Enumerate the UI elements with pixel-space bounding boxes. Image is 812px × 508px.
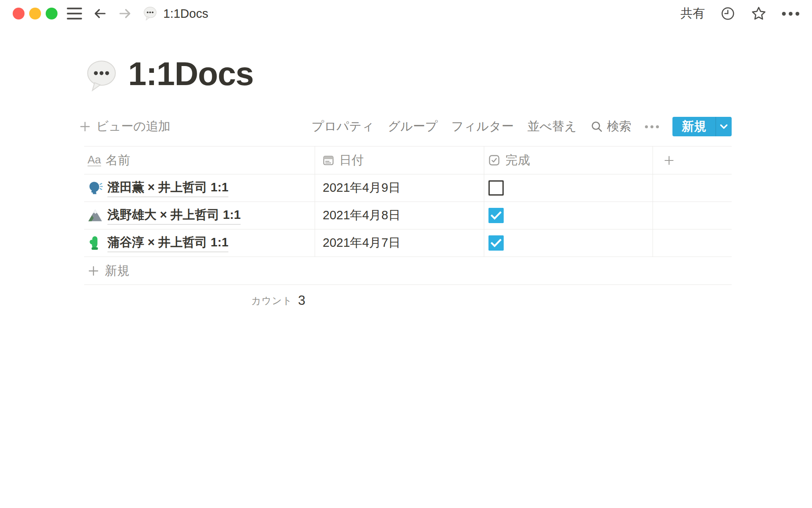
- checkbox-property-icon: [488, 155, 500, 166]
- mountain-icon: [88, 208, 103, 223]
- back-button[interactable]: [92, 6, 107, 21]
- sidebar-toggle-button[interactable]: [67, 8, 82, 19]
- forward-button[interactable]: [118, 6, 133, 21]
- filter-button[interactable]: フィルター: [451, 118, 514, 135]
- text-property-icon: Aa: [88, 154, 101, 166]
- empty-cell: [653, 229, 732, 257]
- add-view-button[interactable]: ビューの追加: [79, 118, 170, 135]
- group-button[interactable]: グループ: [388, 118, 438, 135]
- topbar-actions: 共有: [680, 5, 799, 22]
- done-cell: [484, 229, 653, 257]
- page-link[interactable]: 澄田薫 × 井上哲司 1:1: [107, 179, 228, 197]
- column-header-date[interactable]: 日付: [315, 146, 484, 174]
- check-icon: [491, 238, 502, 248]
- name-cell: 浅野雄大 × 井上哲司 1:1: [84, 202, 315, 229]
- breadcrumb-title: 1:1Docs: [163, 7, 208, 21]
- name-cell: 蒲谷淳 × 井上哲司 1:1: [84, 229, 315, 257]
- column-header-name[interactable]: Aa 名前: [84, 146, 315, 174]
- search-icon: [590, 120, 603, 133]
- chevron-down-icon: [719, 124, 728, 130]
- table-controls: プロパティ グループ フィルター 並べ替え 検索 新規: [311, 117, 732, 136]
- aggregate-row: カウント 3: [84, 285, 732, 316]
- share-button[interactable]: 共有: [680, 5, 705, 22]
- count-aggregate[interactable]: カウント 3: [84, 285, 315, 316]
- properties-button[interactable]: プロパティ: [311, 118, 374, 135]
- done-cell: [484, 202, 653, 229]
- more-dots-icon: [782, 12, 786, 16]
- back-arrow-icon: [92, 6, 107, 21]
- column-label: 日付: [339, 152, 364, 169]
- plus-icon: [663, 155, 675, 166]
- page-title[interactable]: 1:1Docs: [128, 55, 253, 93]
- favorite-button[interactable]: [751, 6, 767, 22]
- more-dots-icon: [645, 125, 648, 128]
- star-favorite-icon: [751, 6, 767, 22]
- page-icon-speech-balloon[interactable]: [84, 58, 119, 94]
- view-controls-bar: ビューの追加 プロパティ グループ フィルター 並べ替え 検索 新規: [84, 114, 732, 139]
- database-table: Aa 名前 日付 完成: [84, 146, 732, 316]
- table-header-row: Aa 名前 日付 完成: [84, 146, 732, 174]
- table-row: 蒲谷淳 × 井上哲司 1:1 2021年4月7日: [84, 229, 732, 257]
- zoom-window-button[interactable]: [46, 8, 58, 19]
- new-button[interactable]: 新規: [672, 117, 716, 136]
- window-topbar: 1:1Docs 共有: [0, 0, 812, 27]
- column-label: 完成: [505, 152, 530, 169]
- gloves-icon: [88, 235, 103, 251]
- column-header-done[interactable]: 完成: [484, 146, 653, 174]
- count-label: カウント: [251, 294, 293, 307]
- done-cell: [484, 174, 653, 202]
- add-row-button[interactable]: 新規: [84, 257, 732, 285]
- date-cell[interactable]: 2021年4月7日: [315, 229, 484, 257]
- close-window-button[interactable]: [13, 8, 25, 19]
- more-options-button[interactable]: [782, 12, 799, 16]
- breadcrumb[interactable]: 1:1Docs: [142, 6, 208, 22]
- date-cell[interactable]: 2021年4月8日: [315, 202, 484, 229]
- hamburger-icon: [67, 8, 82, 9]
- empty-cell: [653, 174, 732, 202]
- table-row: 澄田薫 × 井上哲司 1:1 2021年4月9日: [84, 174, 732, 202]
- speech-balloon-icon: [142, 6, 158, 22]
- page-link[interactable]: 浅野雄大 × 井上哲司 1:1: [107, 207, 241, 225]
- add-row-label: 新規: [105, 262, 129, 279]
- new-dropdown-button[interactable]: [716, 117, 732, 136]
- minimize-window-button[interactable]: [29, 8, 41, 19]
- speaking-head-icon: [88, 180, 103, 196]
- page-header: 1:1Docs: [84, 50, 253, 97]
- search-label: 検索: [607, 118, 631, 135]
- clock-history-icon: [720, 6, 735, 21]
- check-icon: [491, 211, 502, 220]
- date-cell[interactable]: 2021年4月9日: [315, 174, 484, 202]
- sort-button[interactable]: 並べ替え: [527, 118, 577, 135]
- checkbox-unchecked[interactable]: [488, 180, 504, 196]
- count-value: 3: [298, 293, 305, 308]
- calendar-icon: [323, 155, 334, 166]
- add-column-button[interactable]: [653, 146, 732, 174]
- new-button-group: 新規: [672, 117, 732, 136]
- traffic-lights: [13, 8, 58, 19]
- column-label: 名前: [106, 152, 130, 169]
- plus-icon: [88, 265, 99, 277]
- plus-icon: [79, 121, 91, 133]
- forward-arrow-icon: [118, 6, 133, 21]
- view-more-button[interactable]: [645, 125, 659, 128]
- checkbox-checked[interactable]: [488, 208, 504, 223]
- search-button[interactable]: 検索: [590, 118, 631, 135]
- page-link[interactable]: 蒲谷淳 × 井上哲司 1:1: [107, 234, 228, 252]
- checkbox-checked[interactable]: [488, 235, 504, 251]
- name-cell: 澄田薫 × 井上哲司 1:1: [84, 174, 315, 202]
- add-view-label: ビューの追加: [96, 118, 170, 135]
- empty-cell: [653, 202, 732, 229]
- updates-button[interactable]: [720, 6, 735, 21]
- table-row: 浅野雄大 × 井上哲司 1:1 2021年4月8日: [84, 202, 732, 229]
